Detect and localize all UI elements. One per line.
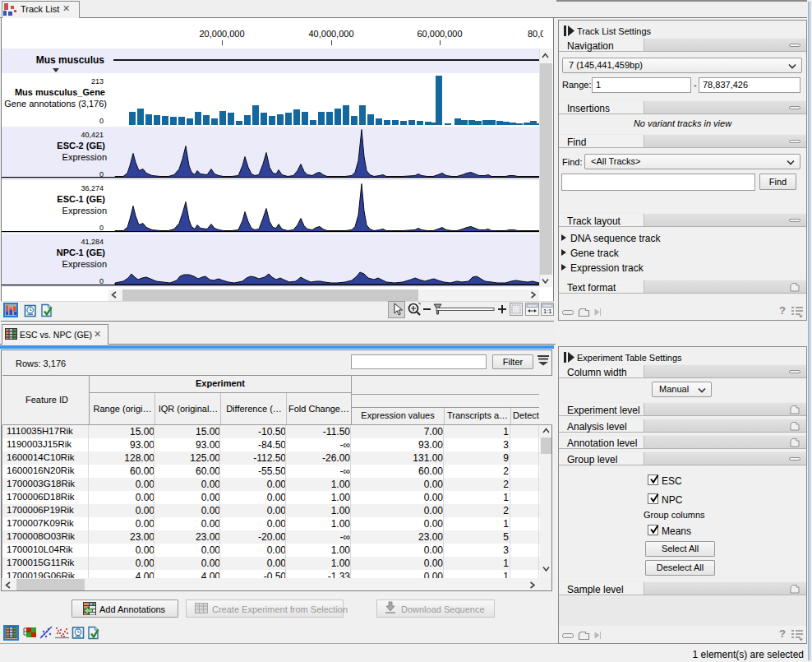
svg-text:1:1: 1:1 xyxy=(543,308,551,315)
